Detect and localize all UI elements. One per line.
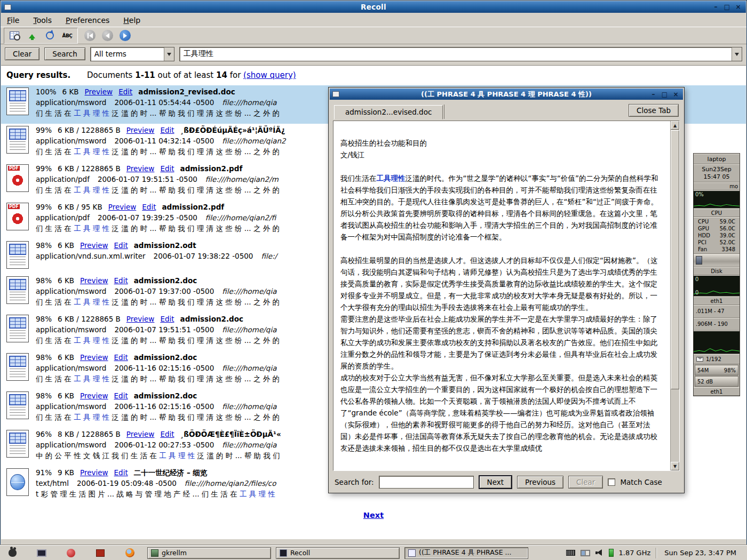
chevron-down-icon[interactable] — [732, 47, 742, 61]
clear-button[interactable]: Clear — [5, 47, 39, 60]
find-next-button[interactable]: Next — [479, 475, 512, 489]
result-preview-link[interactable]: Preview — [80, 391, 108, 400]
taskbar-clock[interactable]: Sun Sep 23, 3:47 PM — [662, 549, 742, 557]
footprint-icon[interactable] — [6, 547, 18, 559]
find-previous-button[interactable]: Previous — [517, 476, 563, 489]
result-edit-link[interactable]: Edit — [114, 468, 128, 477]
menu-preferences[interactable]: Preferences — [66, 16, 109, 25]
memory-meter[interactable]: 54M 98% — [695, 365, 738, 375]
table-search-icon[interactable] — [8, 29, 21, 42]
envelope-icon — [696, 357, 703, 362]
previous-page-icon[interactable] — [102, 30, 113, 41]
result-edit-link[interactable]: Edit — [160, 164, 174, 173]
result-preview-link[interactable]: Preview — [126, 126, 155, 134]
preview-content[interactable]: 高校招生的社会功能和目的 文/钱江 我们生活在工具理性泛滥的时代。作为“世之显学… — [333, 121, 670, 470]
snippet-post: 泛 滥 的 时 ... 帮 助 我 们 理 清 这 些 纷 ... 之 外 的 — [109, 374, 280, 383]
result-date: 2006-01-07 19:51:51 -0500 — [114, 325, 214, 334]
sort-ascending-icon[interactable] — [26, 29, 38, 42]
result-preview-link[interactable]: Preview — [126, 164, 155, 173]
result-preview-link[interactable]: Preview — [80, 353, 108, 362]
result-preview-link[interactable]: Preview — [126, 430, 155, 438]
show-query-link[interactable]: (show query) — [243, 70, 296, 80]
scroll-down-icon[interactable]: ▼ — [671, 462, 679, 470]
preview-tab[interactable]: admission2...evised.doc — [334, 105, 443, 119]
result-pct: 91% — [36, 468, 52, 477]
history-icon[interactable] — [43, 29, 56, 42]
system-tray: 1.87 GHz Sun Sep 23, 3:47 PM — [566, 548, 744, 558]
first-page-icon[interactable] — [84, 30, 96, 41]
search-button[interactable]: Search — [44, 47, 85, 60]
result-size: 6 KB / 1228865 B — [58, 126, 121, 134]
result-preview-link[interactable]: Preview — [80, 468, 108, 477]
result-edit-link[interactable]: Edit — [142, 203, 156, 211]
gkrellm-monitor[interactable]: laptop Sun23Sep 15:47 05 mo 0% CPU CPU59… — [693, 153, 740, 396]
menu-help[interactable]: Help — [123, 16, 140, 25]
scrollbar-thumb[interactable] — [671, 130, 679, 389]
scrollbar-track[interactable] — [671, 130, 679, 462]
doc-file-icon — [6, 276, 29, 304]
next-page-icon[interactable] — [120, 30, 131, 41]
chevron-down-icon[interactable] — [164, 47, 174, 61]
result-preview-link[interactable]: Preview — [80, 241, 108, 250]
match-case-checkbox[interactable] — [608, 478, 615, 486]
result-edit-link[interactable]: Edit — [114, 241, 128, 250]
snippet-term: 工 具 理 性 — [74, 147, 109, 156]
result-url: file:///home/qian2/fi — [205, 213, 276, 222]
result-edit-link[interactable]: Edit — [160, 315, 174, 323]
result-date: 2006-01-11 05:54:44 -0500 — [114, 98, 214, 107]
firefox-icon[interactable] — [124, 547, 136, 559]
preview-titlebar[interactable]: ((工 PHRASE 4 具 PHRASE 4 理 PHRASE 4 性)) –… — [330, 89, 683, 100]
volume-icon[interactable] — [595, 549, 603, 556]
cpu-frequency: 1.87 GHz — [619, 549, 651, 557]
preview-close-button[interactable]: × — [671, 90, 680, 98]
result-mime: application/msword — [36, 402, 106, 411]
find-input[interactable] — [379, 476, 474, 489]
result-date: 2006-11-16 02:15:16 -0500 — [114, 402, 214, 411]
gkrellm-krell-slider[interactable] — [694, 254, 740, 267]
signal-meter[interactable]: 52 dB — [695, 376, 738, 387]
search-mode-select[interactable]: All terms — [90, 47, 174, 61]
package-icon[interactable] — [94, 547, 106, 559]
close-tab-button[interactable]: Close Tab — [629, 104, 679, 117]
result-pct: 96% — [36, 430, 52, 438]
mail-monitor[interactable]: 1/192 — [694, 354, 740, 364]
result-preview-link[interactable]: Preview — [126, 315, 155, 323]
pdf-file-icon — [6, 203, 29, 230]
menu-tools[interactable]: Tools — [33, 16, 52, 25]
snippet-term: 工 具 理 性 — [240, 490, 275, 498]
close-button[interactable]: × — [734, 3, 743, 11]
result-edit-link[interactable]: Edit — [160, 430, 174, 438]
taskbar-task-preview[interactable]: ((工 PHRASE 4 具 PHRASE ... — [404, 547, 528, 559]
result-preview-link[interactable]: Preview — [85, 87, 113, 96]
taskbar-task-gkrellm[interactable]: gkrellm — [147, 547, 271, 559]
keyboard-icon[interactable] — [566, 550, 575, 556]
result-preview-link[interactable]: Preview — [108, 203, 137, 211]
titlebar[interactable]: Recoll – □ × — [1, 1, 746, 13]
gkrellm-footer-label: eth1 — [694, 387, 740, 396]
result-edit-link[interactable]: Edit — [160, 126, 174, 134]
spellcheck-icon[interactable]: ÂBÇ — [61, 29, 74, 42]
result-edit-link[interactable]: Edit — [114, 353, 128, 362]
preview-scrollbar[interactable]: ▲ ▼ — [670, 121, 679, 470]
menu-file[interactable]: File — [7, 16, 19, 25]
next-page-link[interactable]: Next — [363, 511, 384, 519]
find-clear-button[interactable]: Clear — [568, 476, 603, 489]
minimize-button[interactable]: – — [711, 3, 720, 11]
query-combo[interactable] — [179, 47, 742, 61]
result-edit-link[interactable]: Edit — [114, 276, 128, 285]
preview-maximize-button[interactable]: □ — [660, 90, 669, 98]
media-player-icon[interactable] — [65, 547, 77, 559]
snippet-pre: 们 生 活 在 — [36, 374, 74, 383]
result-preview-link[interactable]: Preview — [80, 276, 108, 285]
preview-tab-bar: admission2...evised.doc Close Tab — [330, 100, 683, 119]
search-input[interactable] — [184, 50, 732, 58]
power-icon[interactable] — [609, 549, 614, 557]
display-icon[interactable] — [36, 547, 47, 559]
preview-minimize-button[interactable]: – — [649, 90, 658, 98]
result-edit-link[interactable]: Edit — [118, 87, 132, 96]
scroll-up-icon[interactable]: ▲ — [671, 121, 679, 130]
taskbar-task-recoll[interactable]: Recoll — [276, 547, 400, 559]
maximize-button[interactable]: □ — [722, 3, 732, 11]
result-edit-link[interactable]: Edit — [114, 391, 128, 400]
pager-icon[interactable] — [581, 550, 590, 556]
